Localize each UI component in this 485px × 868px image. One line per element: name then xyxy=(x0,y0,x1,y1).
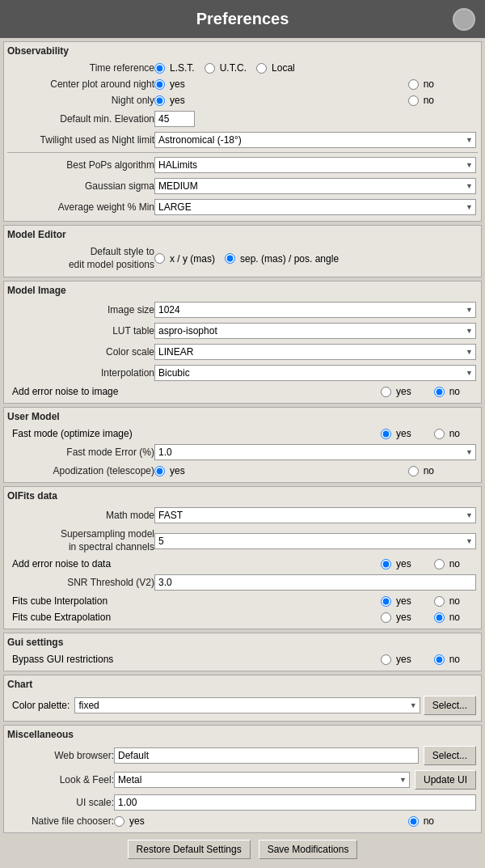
model-image-title: Model Image xyxy=(7,285,478,296)
snr-threshold-input[interactable] xyxy=(154,574,476,591)
ui-scale-content xyxy=(114,794,476,811)
fits-interp-yes-radio[interactable] xyxy=(381,596,391,607)
native-file-no-radio[interactable] xyxy=(408,816,419,827)
bypass-gui-yes-radio[interactable] xyxy=(381,654,391,665)
chart-select-button[interactable]: Select... xyxy=(424,696,476,715)
error-noise-data-yes-radio[interactable] xyxy=(381,559,391,569)
fast-mode-no[interactable]: no xyxy=(434,428,460,439)
error-noise-data-no-radio[interactable] xyxy=(434,559,445,569)
fits-interp-no[interactable]: no xyxy=(434,595,460,607)
sep-radio[interactable] xyxy=(225,253,235,264)
center-plot-no-radio[interactable] xyxy=(408,79,419,90)
native-file-no[interactable]: no xyxy=(408,815,434,827)
oifits-title: OIFits data xyxy=(7,490,478,502)
look-feel-select[interactable]: Metal Nimbus System xyxy=(114,772,410,788)
bypass-gui-no[interactable]: no xyxy=(434,654,460,665)
apodization-yes-radio[interactable] xyxy=(154,466,165,476)
interpolation-select[interactable]: Bicubic Bilinear xyxy=(154,365,476,381)
lst-option[interactable]: L.S.T. xyxy=(154,62,195,74)
center-plot-label: Center plot around night xyxy=(9,78,154,90)
fits-extrap-yes-radio[interactable] xyxy=(381,612,391,623)
fits-extrap-no[interactable]: no xyxy=(434,612,460,623)
local-radio[interactable] xyxy=(256,63,267,74)
avg-weight-select[interactable]: LARGE MEDIUM SMALL xyxy=(154,199,476,215)
chart-title: Chart xyxy=(7,679,478,690)
night-only-no-radio[interactable] xyxy=(408,95,419,106)
sep-option[interactable]: sep. (mas) / pos. angle xyxy=(225,253,339,265)
ui-scale-input[interactable] xyxy=(114,794,476,811)
fits-interp-yes[interactable]: yes xyxy=(381,595,411,607)
lst-radio[interactable] xyxy=(154,63,165,74)
fast-mode-error-select[interactable]: 1.0 xyxy=(154,444,476,460)
fast-mode-error-label: Fast mode Error (%) xyxy=(9,447,154,458)
xy-radio[interactable] xyxy=(154,253,165,264)
twilight-select[interactable]: Astronomical (-18°) Nautical (-12°) Civi… xyxy=(154,132,476,148)
apodization-no-radio[interactable] xyxy=(408,466,419,476)
lut-table-row: LUT table aspro-isophot xyxy=(7,320,478,341)
gaussian-sigma-select[interactable]: MEDIUM LOW HIGH xyxy=(154,178,476,194)
night-only-label: Night only xyxy=(9,95,154,106)
lut-table-select[interactable]: aspro-isophot xyxy=(154,323,476,339)
fast-mode-yes-radio[interactable] xyxy=(381,429,391,439)
bypass-gui-yes[interactable]: yes xyxy=(381,654,411,665)
utc-radio[interactable] xyxy=(205,63,215,74)
xy-option[interactable]: x / y (mas) xyxy=(154,253,215,265)
lst-label: L.S.T. xyxy=(170,62,195,74)
fits-extrap-no-radio[interactable] xyxy=(434,612,445,623)
image-size-select[interactable]: 1024 512 2048 xyxy=(154,302,476,318)
supersampling-select[interactable]: 5 1 3 xyxy=(154,533,476,549)
color-palette-select[interactable]: fixed xyxy=(74,697,420,713)
add-error-noise-data-label: Add error noise to data xyxy=(9,558,381,569)
center-plot-yes-radio[interactable] xyxy=(154,79,165,90)
web-browser-select-button[interactable]: Select... xyxy=(424,746,476,765)
gaussian-sigma-content: MEDIUM LOW HIGH xyxy=(154,178,476,194)
restore-default-button[interactable]: Restore Default Settings xyxy=(128,840,251,859)
error-noise-image-no[interactable]: no xyxy=(434,386,460,397)
apodization-options: yes no xyxy=(154,465,476,476)
color-scale-select[interactable]: LINEAR LOGARITHMIC xyxy=(154,344,476,360)
web-browser-input[interactable] xyxy=(114,747,419,764)
apodization-yes[interactable]: yes xyxy=(154,465,185,476)
best-pops-select[interactable]: HALimits xyxy=(154,157,476,173)
local-option[interactable]: Local xyxy=(256,62,295,74)
web-browser-label: Web browser: xyxy=(9,750,114,761)
fast-mode-error-content: 1.0 xyxy=(154,444,476,460)
default-min-elevation-input[interactable] xyxy=(154,111,195,127)
center-plot-no[interactable]: no xyxy=(408,78,434,90)
add-error-noise-image-row: Add error noise to image yes no xyxy=(7,383,478,400)
fits-interp-no-radio[interactable] xyxy=(434,596,445,607)
native-file-yes-radio[interactable] xyxy=(114,816,124,827)
close-button[interactable] xyxy=(453,8,475,31)
fast-mode-label: Fast mode (optimize image) xyxy=(9,428,381,439)
bypass-gui-row: Bypass GUI restrictions yes no xyxy=(7,651,478,667)
error-noise-image-yes-radio[interactable] xyxy=(381,387,391,397)
native-file-chooser-row: Native file chooser: yes no xyxy=(7,813,478,829)
error-noise-data-no[interactable]: no xyxy=(434,558,460,569)
night-only-yes[interactable]: yes xyxy=(154,95,185,106)
bypass-gui-no-radio[interactable] xyxy=(434,654,445,665)
night-only-no[interactable]: no xyxy=(408,95,434,106)
add-error-noise-data-row: Add error noise to data yes no xyxy=(7,556,478,572)
update-ui-button[interactable]: Update UI xyxy=(415,770,476,790)
model-editor-positions-label: Default style to edit model positions xyxy=(9,246,154,271)
color-scale-content: LINEAR LOGARITHMIC xyxy=(154,344,476,360)
fast-mode-yes[interactable]: yes xyxy=(381,428,411,439)
add-error-noise-image-options: yes no xyxy=(381,386,476,397)
image-size-label: Image size xyxy=(9,304,154,315)
error-noise-image-no-radio[interactable] xyxy=(434,387,445,397)
error-noise-image-yes[interactable]: yes xyxy=(381,386,411,397)
save-modifications-button[interactable]: Save Modifications xyxy=(259,840,358,859)
sep-label: sep. (mas) / pos. angle xyxy=(240,253,339,265)
look-feel-label: Look & Feel: xyxy=(9,774,114,785)
math-mode-select[interactable]: FAST SLOW xyxy=(154,507,476,523)
apodization-no[interactable]: no xyxy=(408,465,434,476)
center-plot-yes[interactable]: yes xyxy=(154,78,185,90)
error-noise-data-yes[interactable]: yes xyxy=(381,558,411,569)
fits-extrap-yes[interactable]: yes xyxy=(381,612,411,623)
night-only-yes-radio[interactable] xyxy=(154,95,165,106)
fast-mode-no-radio[interactable] xyxy=(434,429,445,439)
bypass-gui-options: yes no xyxy=(381,654,476,665)
native-file-yes[interactable]: yes xyxy=(114,815,145,827)
miscellaneous-section: Miscellaneous Web browser: Select... Loo… xyxy=(3,725,482,833)
utc-option[interactable]: U.T.C. xyxy=(205,62,247,74)
